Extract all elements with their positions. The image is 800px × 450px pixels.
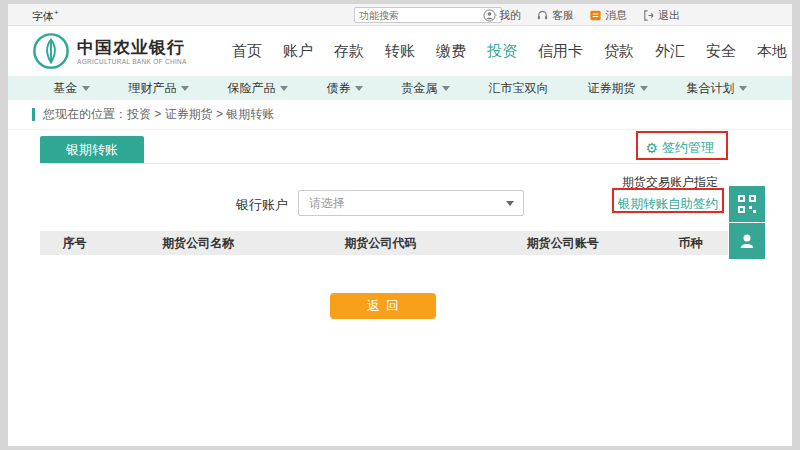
chevron-down-icon <box>640 86 648 91</box>
nav-credit-card[interactable]: 信用卡 <box>538 42 583 61</box>
chevron-down-icon <box>506 201 514 206</box>
futures-account-note: 期货交易账户指定 <box>622 174 718 191</box>
logout-link[interactable]: 退出 <box>642 8 680 23</box>
chevron-down-icon <box>355 86 363 91</box>
subnav-funds[interactable]: 基金 <box>54 80 90 97</box>
chevron-down-icon <box>442 86 450 91</box>
subnav-collective-plans-label: 集合计划 <box>687 80 735 97</box>
font-plus-icon: + <box>54 8 59 17</box>
search-box[interactable] <box>354 7 502 23</box>
sign-manage-link[interactable]: ⚙ 签约管理 <box>645 139 714 157</box>
bank-name: 中国农业银行 <box>77 38 187 58</box>
bank-account-select-value: 请选择 <box>309 196 345 210</box>
floating-sidebar <box>729 186 765 260</box>
nav-payments[interactable]: 缴费 <box>436 42 466 61</box>
font-size-control[interactable]: 字体+ <box>32 8 59 24</box>
nav-deposits[interactable]: 存款 <box>334 42 364 61</box>
subnav-precious-metals[interactable]: 贵金属 <box>402 80 450 97</box>
nav-forex[interactable]: 外汇 <box>655 42 685 61</box>
customer-service-label: 客服 <box>552 8 574 23</box>
bank-logo-icon <box>32 32 70 70</box>
exit-icon <box>642 9 655 22</box>
customer-service-icon <box>737 231 757 251</box>
nav-loans[interactable]: 贷款 <box>604 42 634 61</box>
tab-underline <box>40 163 720 164</box>
col-futures-company-account: 期货公司账号 <box>473 235 652 252</box>
tab-bank-futures-transfer[interactable]: 银期转账 <box>40 136 144 163</box>
subnav-insurance-products-label: 保险产品 <box>228 80 276 97</box>
subnav: 基金 理财产品 保险产品 债券 贵金属 汇市宝双向 证券期货 集合计划 <box>8 76 792 100</box>
subnav-collective-plans[interactable]: 集合计划 <box>687 80 747 97</box>
subnav-funds-label: 基金 <box>54 80 78 97</box>
headset-icon <box>536 9 549 22</box>
subnav-bonds[interactable]: 债券 <box>327 80 363 97</box>
customer-service-button[interactable] <box>729 223 765 259</box>
self-sign-link[interactable]: 银期转账自助签约 <box>618 196 718 213</box>
bank-name-en: AGRICULTURAL BANK OF CHINA <box>77 58 187 65</box>
my-account-link[interactable]: 我的 <box>483 8 521 23</box>
breadcrumb: 您现在的位置：投资 > 证券期货 > 银期转账 <box>43 106 274 123</box>
subnav-fx-market-label: 汇市宝双向 <box>489 80 549 97</box>
subnav-bonds-label: 债券 <box>327 80 351 97</box>
chevron-down-icon <box>280 86 288 91</box>
page: 字体+ 我的 客服 消息 退出 <box>8 4 792 446</box>
col-futures-company-name: 期货公司名称 <box>109 235 288 252</box>
bank-name-block: 中国农业银行 AGRICULTURAL BANK OF CHINA <box>77 38 187 65</box>
bank-account-label: 银行账户 <box>236 196 288 214</box>
bank-account-select[interactable]: 请选择 <box>298 190 524 216</box>
logout-label: 退出 <box>658 8 680 23</box>
user-icon <box>483 9 496 22</box>
breadcrumb-accent-bar <box>32 108 35 121</box>
messages-label: 消息 <box>605 8 627 23</box>
main-content: 银期转账 ⚙ 签约管理 期货交易账户指定 银期转账自助签约 银行账户 请选择 序… <box>8 130 792 445</box>
col-futures-company-code: 期货公司代码 <box>288 235 474 252</box>
messages-link[interactable]: 消息 <box>589 8 627 23</box>
font-label: 字体 <box>32 10 54 22</box>
my-account-label: 我的 <box>499 8 521 23</box>
subnav-fx-market[interactable]: 汇市宝双向 <box>489 80 549 97</box>
bank-logo: 中国农业银行 AGRICULTURAL BANK OF CHINA <box>32 32 187 70</box>
subnav-securities-futures-label: 证券期货 <box>588 80 636 97</box>
chevron-down-icon <box>181 86 189 91</box>
futures-table-header: 序号 期货公司名称 期货公司代码 期货公司账号 币种 <box>40 231 728 255</box>
breadcrumb-row: 您现在的位置：投资 > 证券期货 > 银期转账 <box>8 100 792 130</box>
subnav-insurance-products[interactable]: 保险产品 <box>228 80 288 97</box>
qrcode-button[interactable] <box>729 186 765 222</box>
subnav-securities-futures[interactable]: 证券期货 <box>588 80 648 97</box>
nav-transfer[interactable]: 转账 <box>385 42 415 61</box>
main-nav: 首页 账户 存款 转账 缴费 投资 信用卡 贷款 外汇 安全 本地 <box>232 26 787 76</box>
topbar-links: 我的 客服 消息 退出 <box>483 8 680 23</box>
nav-accounts[interactable]: 账户 <box>283 42 313 61</box>
search-input[interactable] <box>355 10 495 21</box>
nav-local[interactable]: 本地 <box>757 42 787 61</box>
subnav-wealth-products-label: 理财产品 <box>129 80 177 97</box>
col-currency: 币种 <box>652 235 728 252</box>
nav-home[interactable]: 首页 <box>232 42 262 61</box>
message-icon <box>589 9 602 22</box>
nav-investment[interactable]: 投资 <box>487 42 517 61</box>
return-button[interactable]: 返回 <box>330 293 436 319</box>
subnav-wealth-products[interactable]: 理财产品 <box>129 80 189 97</box>
chevron-down-icon <box>739 86 747 91</box>
customer-service-link[interactable]: 客服 <box>536 8 574 23</box>
qrcode-icon <box>737 194 757 214</box>
gear-icon: ⚙ <box>645 141 658 155</box>
nav-security[interactable]: 安全 <box>706 42 736 61</box>
subnav-precious-metals-label: 贵金属 <box>402 80 438 97</box>
header: 中国农业银行 AGRICULTURAL BANK OF CHINA 首页 账户 … <box>8 26 792 76</box>
col-serial-number: 序号 <box>40 235 109 252</box>
sign-manage-label: 签约管理 <box>662 139 714 157</box>
topbar: 字体+ 我的 客服 消息 退出 <box>8 4 792 26</box>
chevron-down-icon <box>82 86 90 91</box>
